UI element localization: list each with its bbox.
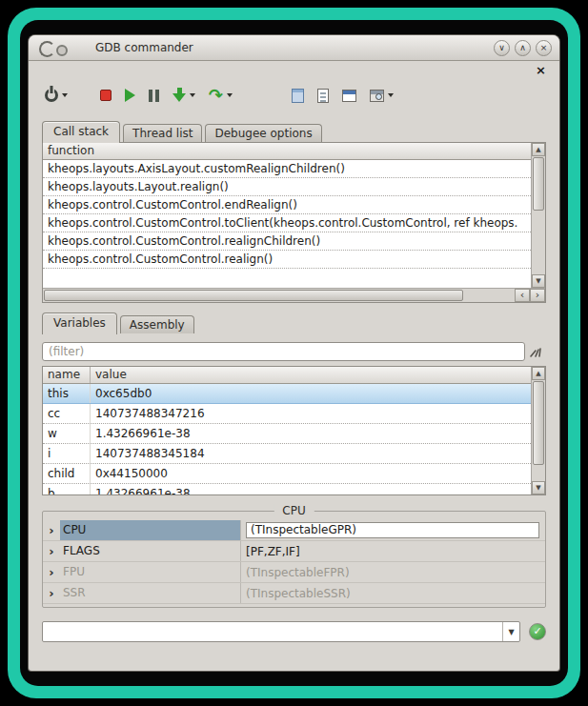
variable-row[interactable]: w 1.43266961e-38 [43, 424, 531, 444]
variable-row[interactable]: i 140737488345184 [43, 444, 531, 464]
chevron-down-icon [190, 93, 195, 97]
scroll-left-icon[interactable]: ‹ [515, 289, 530, 302]
scroll-up-icon[interactable]: ▲ [532, 143, 545, 156]
pause-button[interactable] [146, 82, 162, 109]
chevron-down-icon [388, 93, 394, 97]
variable-name: child [43, 464, 91, 483]
variable-row[interactable]: cc 140737488347216 [43, 404, 531, 424]
cpu-register-row[interactable]: › FPU (TInspectableFPR) [43, 562, 545, 583]
play-icon [125, 89, 135, 102]
expander-icon[interactable]: › [43, 583, 60, 603]
variable-row[interactable]: child 0x44150000 [43, 464, 531, 484]
variable-name: cc [43, 404, 91, 423]
watch-point-button[interactable] [289, 82, 307, 109]
call-stack-rows: kheops.layouts.AxisLayout.customRealignC… [43, 160, 531, 288]
call-stack-horizontal-scrollbar[interactable]: ‹ › [43, 288, 545, 302]
scroll-down-icon[interactable]: ▼ [532, 481, 545, 494]
step-into-button[interactable] [170, 82, 198, 109]
variable-value: 140737488345184 [91, 444, 531, 463]
power-icon [45, 89, 58, 102]
show-window-button[interactable] [339, 82, 359, 109]
apply-button[interactable]: ✓ [529, 623, 546, 640]
variables-vertical-scrollbar[interactable]: ▲ ▼ [531, 367, 545, 494]
variable-row[interactable]: b 1.43266961e-38 [43, 484, 531, 494]
close-button[interactable]: × [536, 40, 552, 56]
pane-close-icon[interactable]: × [536, 64, 546, 77]
combo-dropdown-icon[interactable]: ▼ [502, 622, 519, 641]
scrollbar-thumb[interactable] [533, 157, 544, 211]
tab-thread-list[interactable]: Thread list [123, 124, 202, 142]
chevron-down-icon [62, 93, 68, 97]
variables-rows: this 0xc65db0 cc 140737488347216 w 1.432… [43, 384, 531, 494]
filter-row [42, 339, 546, 364]
expander-icon[interactable]: › [43, 541, 60, 561]
cpu-register-row[interactable]: › FLAGS [PF,ZF,IF] [43, 541, 545, 562]
variable-value: 0x44150000 [91, 464, 531, 483]
cpu-groupbox: CPU › CPU (TInspectableGPR) › FLAGS [PF,… [42, 511, 546, 608]
maximize-button[interactable]: ∧ [515, 40, 531, 56]
call-stack-vertical-scrollbar[interactable]: ▲ ▼ [531, 143, 545, 288]
scroll-right-icon[interactable]: › [530, 289, 545, 302]
debug-toolbar: ↷ [42, 79, 546, 111]
variable-name: b [43, 484, 91, 494]
tab-call-stack[interactable]: Call stack [42, 121, 120, 143]
register-group-name: SSR [60, 583, 241, 603]
output-list-button[interactable] [314, 82, 332, 109]
list-document-icon [317, 89, 329, 103]
call-stack-row[interactable]: kheops.control.CustomControl.toClient(kh… [43, 214, 531, 232]
expander-icon[interactable]: › [43, 562, 60, 582]
tab-variables[interactable]: Variables [42, 313, 117, 334]
cpu-register-row[interactable]: › SSR (TInspectableSSR) [43, 583, 545, 604]
expander-icon[interactable]: › [43, 520, 60, 540]
value-column-header[interactable]: value [91, 367, 531, 383]
name-column-header[interactable]: name [43, 367, 91, 383]
call-stack-row[interactable]: kheops.control.CustomControl.endRealign(… [43, 196, 531, 214]
call-stack-column-header[interactable]: function [43, 143, 531, 160]
titlebar[interactable]: GDB commander ∨ ∧ × [29, 35, 559, 61]
inspect-window-button[interactable] [367, 82, 396, 109]
command-input[interactable] [43, 623, 502, 640]
scroll-up-icon[interactable]: ▲ [532, 367, 545, 380]
pause-icon [149, 90, 159, 102]
scroll-down-icon[interactable]: ▼ [532, 274, 545, 288]
cpu-register-row[interactable]: › CPU (TInspectableGPR) [43, 520, 545, 541]
window-title: GDB commander [95, 41, 193, 54]
call-stack-row[interactable]: kheops.layouts.AxisLayout.customRealignC… [43, 160, 531, 178]
variable-value: 1.43266961e-38 [91, 424, 531, 443]
variable-name: w [43, 424, 91, 443]
variables-header: name value [43, 367, 531, 384]
watch-icon [292, 89, 304, 103]
variable-value: 1.43266961e-38 [91, 484, 531, 494]
register-group-name: FLAGS [60, 541, 241, 561]
register-group-name: CPU [60, 520, 241, 540]
window-icon [342, 90, 356, 102]
scrollbar-thumb[interactable] [533, 381, 544, 465]
filter-options-icon[interactable] [525, 344, 546, 359]
register-group-name: FPU [60, 562, 241, 582]
tab-assembly[interactable]: Assembly [120, 315, 194, 333]
filter-input[interactable] [42, 342, 525, 361]
variable-name: this [43, 384, 91, 403]
run-button[interactable] [122, 82, 138, 109]
step-over-icon: ↷ [209, 88, 223, 103]
scrollbar-thumb[interactable] [44, 290, 463, 301]
variable-value: 140737488347216 [91, 404, 531, 423]
variable-value: 0xc65db0 [91, 384, 531, 403]
call-stack-row[interactable]: kheops.layouts.Layout.realign() [43, 178, 531, 196]
step-into-icon [172, 88, 186, 103]
variable-row[interactable]: this 0xc65db0 [43, 384, 531, 404]
stop-button[interactable] [97, 82, 114, 109]
tab-debugee-options[interactable]: Debugee options [205, 124, 321, 142]
register-value: (TInspectableSSR) [241, 583, 545, 603]
register-value-editor[interactable]: (TInspectableGPR) [246, 522, 539, 538]
call-stack-row[interactable]: kheops.control.CustomControl.realignChil… [43, 232, 531, 251]
top-tabbar: Call stack Thread list Debugee options [42, 119, 546, 142]
command-combobox[interactable]: ▼ [42, 621, 520, 642]
chevron-down-icon [227, 93, 233, 97]
stop-icon [100, 90, 112, 101]
minimize-button[interactable]: ∨ [494, 40, 510, 56]
power-button[interactable] [42, 82, 71, 109]
step-over-button[interactable]: ↷ [206, 82, 235, 109]
register-value: [PF,ZF,IF] [241, 541, 545, 561]
call-stack-row[interactable]: kheops.control.CustomControl.realign() [43, 251, 531, 269]
